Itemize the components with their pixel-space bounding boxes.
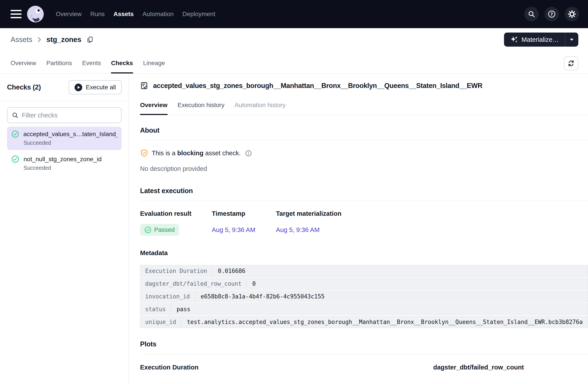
breadcrumb: Assets stg_zones Materialize…: [0, 28, 588, 51]
metadata-key: invocation_id: [140, 291, 195, 302]
metadata-key: dagster_dbt/failed_row_count: [140, 278, 247, 290]
metadata-key: status: [140, 303, 171, 315]
plots-heading: Plots: [140, 340, 588, 348]
materialize-dropdown-button[interactable]: [565, 33, 578, 47]
blocking-check-text: This is a blocking asset check.: [152, 149, 241, 157]
chart-title: dagster_dbt/failed_row_count: [433, 364, 588, 371]
asset-tabs-bar: Overview Partitions Events Checks Lineag…: [0, 51, 588, 74]
hamburger-menu-icon[interactable]: [11, 10, 21, 18]
check-name: accepted_values_s…taten_Island_: [23, 131, 117, 138]
timestamp-link[interactable]: Aug 5, 9:36 AM: [212, 226, 255, 234]
section-divider: [140, 140, 588, 140]
col-evaluation-result: Evaluation result: [140, 210, 212, 217]
check-status: Succeeded: [23, 165, 117, 171]
shield-check-icon: [140, 149, 148, 157]
about-heading: About: [140, 127, 588, 134]
sparkle-icon: [510, 36, 518, 43]
table-row: unique_id test.analytics.accepted_values…: [140, 316, 588, 328]
tab-partitions[interactable]: Partitions: [46, 60, 72, 73]
materialize-button[interactable]: Materialize…: [504, 33, 565, 47]
check-list-item[interactable]: not_null_stg_zones_zone_id Succeeded: [7, 152, 122, 175]
metadata-table: Execution Duration 0.016686 dagster_dbt/…: [140, 265, 588, 328]
check-detail-title: accepted_values_stg_zones_borough__Manha…: [153, 82, 483, 90]
col-timestamp: Timestamp: [212, 210, 276, 217]
breadcrumb-assets-link[interactable]: Assets: [11, 35, 32, 44]
table-row: dagster_dbt/failed_row_count 0: [140, 278, 588, 290]
check-status: Succeeded: [23, 140, 117, 146]
tab-automation-history[interactable]: Automation history: [235, 102, 286, 115]
section-divider: [140, 201, 588, 201]
section-divider: [140, 354, 588, 354]
metadata-key: unique_id: [140, 316, 181, 328]
check-detail-tabs: Overview Execution history Automation hi…: [140, 102, 588, 115]
metadata-key: Execution Duration: [140, 265, 212, 277]
passed-status-badge: Passed: [140, 224, 179, 236]
search-icon: [528, 10, 535, 18]
tab-events[interactable]: Events: [82, 60, 101, 73]
filter-checks-input[interactable]: [22, 112, 117, 119]
check-name: not_null_stg_zones_zone_id: [23, 156, 102, 163]
target-materialization-link[interactable]: Aug 5, 9:36 AM: [276, 226, 319, 234]
table-row: invocation_id e658b8c8-3a1a-4b4f-82b6-4c…: [140, 291, 588, 302]
latest-execution-heading: Latest execution: [140, 187, 588, 195]
check-list-item[interactable]: accepted_values_s…taten_Island_ Succeede…: [7, 127, 122, 150]
help-button[interactable]: ?: [545, 7, 559, 21]
nav-runs[interactable]: Runs: [90, 11, 105, 18]
execution-duration-chart: Execution Duration 0.0174: [140, 364, 433, 384]
help-icon: ?: [548, 10, 556, 18]
tab-lineage[interactable]: Lineage: [143, 60, 165, 73]
refresh-button[interactable]: [564, 56, 578, 70]
nav-deployment[interactable]: Deployment: [183, 11, 215, 18]
caret-down-icon: [570, 39, 574, 41]
chevron-right-icon: [37, 37, 42, 43]
checks-count-heading: Checks (2): [7, 83, 41, 91]
metadata-heading: Metadata: [140, 249, 588, 257]
refresh-icon: [567, 60, 575, 67]
tab-overview[interactable]: Overview: [11, 60, 36, 73]
nav-overview[interactable]: Overview: [56, 11, 82, 18]
materialize-label: Materialize…: [522, 36, 559, 43]
check-circle-icon: [145, 227, 151, 233]
metadata-value: 0.016686: [212, 265, 588, 277]
metadata-value: 0: [247, 278, 588, 290]
check-circle-icon: [11, 155, 19, 163]
execute-all-button[interactable]: Execute all: [69, 80, 122, 94]
settings-button[interactable]: [565, 7, 579, 21]
materialize-split-button: Materialize…: [504, 33, 578, 47]
no-description-text: No description provided: [140, 165, 588, 172]
play-circle-icon: [74, 83, 83, 91]
metadata-value: pass: [171, 303, 588, 315]
dagster-logo[interactable]: [26, 5, 44, 23]
nav-automation[interactable]: Automation: [143, 11, 174, 18]
svg-text:?: ?: [550, 12, 553, 17]
search-icon: [12, 112, 19, 119]
copy-icon[interactable]: [86, 36, 94, 43]
search-button[interactable]: [524, 7, 539, 21]
info-icon[interactable]: [245, 150, 252, 157]
metadata-value: e658b8c8-3a1a-4b4f-82b6-4c955043c155: [195, 291, 588, 302]
check-detail-panel: accepted_values_stg_zones_borough__Manha…: [129, 74, 588, 384]
tab-execution-history[interactable]: Execution history: [178, 102, 225, 115]
page-title: stg_zones: [46, 35, 81, 44]
nav-assets[interactable]: Assets: [113, 11, 134, 18]
check-circle-icon: [11, 130, 19, 138]
top-nav-links: Overview Runs Assets Automation Deployme…: [56, 11, 215, 18]
table-row: status pass: [140, 303, 588, 315]
filter-checks-searchbox: [7, 107, 122, 123]
checks-sidebar: Checks (2) Execute all: [0, 74, 129, 384]
col-target-materialization: Target materialization: [276, 210, 588, 217]
metadata-value: test.analytics.accepted_values_stg_zones…: [181, 316, 588, 328]
failed-row-count-chart: dagster_dbt/failed_row_count 1.0 0.6: [433, 364, 588, 384]
chart-title: Execution Duration: [140, 364, 433, 371]
top-navigation-bar: Overview Runs Assets Automation Deployme…: [0, 0, 588, 28]
tab-checks[interactable]: Checks: [111, 60, 133, 73]
tab-check-overview[interactable]: Overview: [140, 102, 168, 115]
table-row: Execution Duration 0.016686: [140, 265, 588, 277]
gear-icon: [568, 10, 576, 18]
asset-check-icon: [140, 82, 148, 90]
